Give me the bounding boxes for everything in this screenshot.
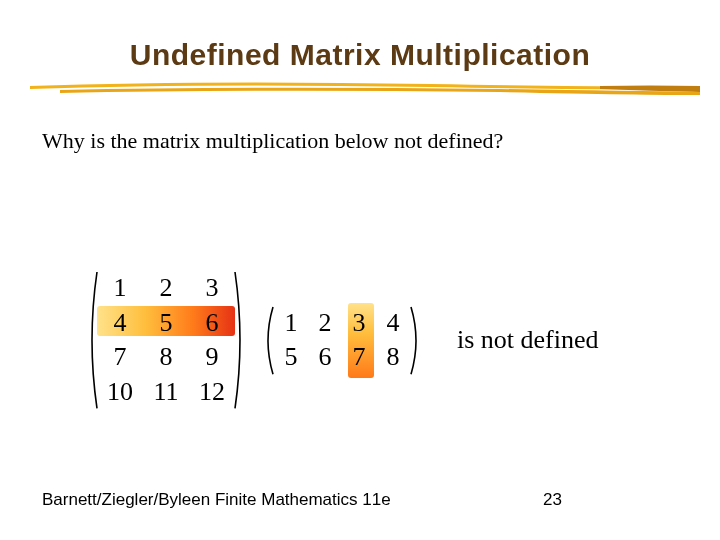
matrix-cell: 4 — [105, 309, 135, 338]
matrix-cell: 1 — [281, 309, 301, 338]
matrix-cell: 11 — [151, 378, 181, 407]
matrix-b: 12345678 — [261, 305, 423, 376]
matrix-cell: 2 — [315, 309, 335, 338]
matrix-cell: 5 — [281, 343, 301, 372]
matrix-cell: 6 — [315, 343, 335, 372]
not-defined-label: is not defined — [457, 325, 599, 355]
matrix-cell: 1 — [105, 274, 135, 303]
slide-title: Undefined Matrix Multiplication — [0, 0, 720, 72]
matrix-cell: 5 — [151, 309, 181, 338]
matrix-cell: 10 — [105, 378, 135, 407]
footer-text: Barnett/Ziegler/Byleen Finite Mathematic… — [42, 490, 391, 509]
matrix-cell: 12 — [197, 378, 227, 407]
left-paren-icon — [261, 305, 275, 376]
matrix-equation: 123456789101112 12345678 is not defined — [85, 270, 645, 410]
matrix-cell: 3 — [349, 309, 369, 338]
matrix-cell: 4 — [383, 309, 403, 338]
matrix-cell: 2 — [151, 274, 181, 303]
matrix-cell: 7 — [349, 343, 369, 372]
matrix-cell: 8 — [383, 343, 403, 372]
matrix-cell: 3 — [197, 274, 227, 303]
title-underline — [0, 78, 720, 100]
matrix-cell: 8 — [151, 343, 181, 372]
right-paren-icon — [233, 270, 247, 410]
footer: Barnett/Ziegler/Byleen Finite Mathematic… — [42, 490, 682, 510]
matrix-cell: 9 — [197, 343, 227, 372]
page-number: 23 — [543, 490, 562, 510]
matrix-cell: 7 — [105, 343, 135, 372]
matrix-cell: 6 — [197, 309, 227, 338]
right-paren-icon — [409, 305, 423, 376]
left-paren-icon — [85, 270, 99, 410]
matrix-a: 123456789101112 — [85, 270, 247, 410]
question-text: Why is the matrix multiplication below n… — [0, 100, 720, 154]
